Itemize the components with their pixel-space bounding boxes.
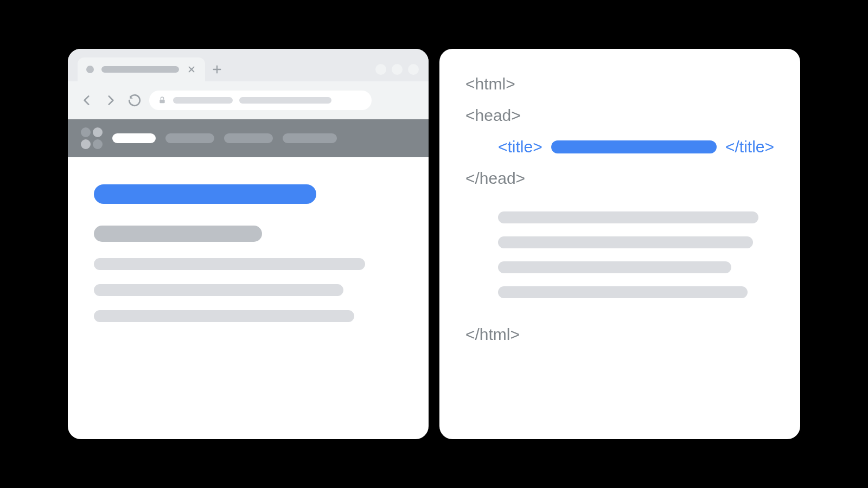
text-line-placeholder	[94, 258, 365, 270]
browser-toolbar	[68, 81, 429, 119]
code-body-placeholder	[465, 211, 774, 298]
site-header	[68, 119, 429, 157]
browser-tab[interactable]	[78, 57, 205, 81]
html-code-panel: <html> <head> <title> </title> </head> <…	[439, 49, 800, 439]
code-line-placeholder	[498, 236, 753, 248]
code-tag-title-open: <title>	[498, 138, 542, 156]
tab-strip	[68, 49, 429, 81]
site-nav-item[interactable]	[224, 133, 273, 143]
favicon-placeholder-icon	[86, 66, 94, 73]
url-segment	[239, 97, 331, 104]
page-content	[68, 157, 429, 439]
tab-title-placeholder	[101, 66, 179, 73]
code-tag-html-close: </html>	[465, 325, 774, 344]
paragraph-placeholder	[94, 258, 403, 322]
text-line-placeholder	[94, 310, 354, 322]
site-logo-icon	[81, 127, 103, 149]
code-tag-title-close: </title>	[725, 138, 774, 156]
code-line-placeholder	[498, 286, 748, 298]
back-button[interactable]	[78, 91, 96, 110]
code-tag-html-open: <html>	[465, 75, 774, 93]
site-nav	[112, 133, 337, 143]
code-title-element: <title> </title>	[465, 138, 774, 156]
address-bar[interactable]	[149, 91, 372, 110]
svg-rect-5	[159, 100, 164, 104]
reload-button[interactable]	[125, 91, 144, 110]
url-segment	[173, 97, 233, 104]
code-line-placeholder	[498, 261, 731, 273]
new-tab-icon[interactable]	[205, 57, 229, 81]
window-control-dot[interactable]	[408, 64, 419, 75]
site-nav-item[interactable]	[112, 133, 156, 143]
window-controls	[375, 57, 419, 81]
title-content-placeholder	[551, 140, 717, 153]
lock-icon	[158, 96, 167, 105]
site-nav-item[interactable]	[165, 133, 214, 143]
code-tag-head-open: <head>	[465, 106, 774, 125]
browser-window-mock	[68, 49, 429, 439]
page-subheading-placeholder	[94, 226, 262, 242]
diagram-stage: <html> <head> <title> </title> </head> <…	[0, 0, 868, 488]
window-control-dot[interactable]	[392, 64, 403, 75]
page-title-placeholder	[94, 184, 316, 204]
code-tag-head-close: </head>	[465, 169, 774, 188]
window-control-dot[interactable]	[375, 64, 386, 75]
site-nav-item[interactable]	[283, 133, 337, 143]
close-tab-icon[interactable]	[187, 65, 196, 74]
code-line-placeholder	[498, 211, 758, 223]
text-line-placeholder	[94, 284, 343, 296]
forward-button[interactable]	[101, 91, 120, 110]
